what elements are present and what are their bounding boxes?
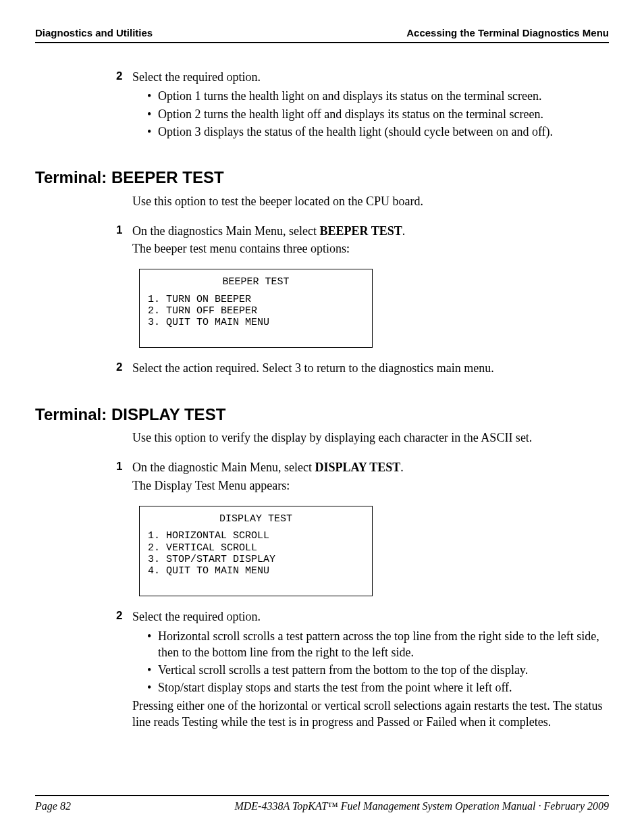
page-footer: Page 82 MDE-4338A TopKAT™ Fuel Managemen… bbox=[35, 795, 609, 812]
header-rule bbox=[35, 42, 609, 43]
display-intro: Use this option to verify the display by… bbox=[132, 429, 609, 446]
step-tail: Pressing either one of the horizontal or… bbox=[132, 698, 609, 731]
step-text: On the diagnostic Main Menu, select DISP… bbox=[132, 459, 609, 475]
footer-left: Page 82 bbox=[35, 800, 71, 812]
bullet-item: Option 3 displays the status of the heal… bbox=[147, 124, 609, 140]
healthlight-bullets: Option 1 turns the health light on and d… bbox=[147, 88, 609, 140]
text-pre: On the diagnostics Main Menu, select bbox=[132, 224, 319, 238]
text-post: . bbox=[402, 224, 406, 238]
bullet-item: Option 1 turns the health light on and d… bbox=[147, 88, 609, 104]
step-follow: The Display Test Menu appears: bbox=[132, 477, 609, 494]
terminal-title: DISPLAY TEST bbox=[148, 513, 364, 525]
page-header: Diagnostics and Utilities Accessing the … bbox=[35, 27, 609, 42]
display-step1: 1 On the diagnostic Main Menu, select DI… bbox=[132, 459, 609, 494]
display-bullets: Horizontal scroll scrolls a test pattern… bbox=[147, 628, 609, 696]
terminal-lines: 1. HORIZONTAL SCROLL 2. VERTICAL SCROLL … bbox=[148, 530, 275, 577]
step-text: Select the action required. Select 3 to … bbox=[132, 360, 609, 376]
step-number: 2 bbox=[116, 360, 122, 375]
terminal-title: BEEPER TEST bbox=[148, 276, 364, 288]
step-lead: Select the required option. bbox=[132, 69, 609, 85]
step-text: On the diagnostics Main Menu, select BEE… bbox=[132, 223, 609, 239]
step-follow: The beeper test menu contains three opti… bbox=[132, 240, 609, 257]
text-bold: BEEPER TEST bbox=[319, 224, 402, 238]
header-left: Diagnostics and Utilities bbox=[35, 27, 153, 38]
text-bold: DISPLAY TEST bbox=[315, 461, 400, 474]
bullet-item: Option 2 turns the health light off and … bbox=[147, 106, 609, 122]
section-heading-beeper: Terminal: BEEPER TEST bbox=[35, 167, 609, 188]
header-right: Accessing the Terminal Diagnostics Menu bbox=[406, 27, 609, 38]
step-number: 2 bbox=[116, 608, 122, 624]
step-number: 1 bbox=[116, 459, 122, 475]
footer-right: MDE-4338A TopKAT™ Fuel Management System… bbox=[234, 800, 609, 812]
step-lead: Select the required option. bbox=[132, 608, 609, 625]
section-heading-display: Terminal: DISPLAY TEST bbox=[35, 404, 609, 425]
display-step2: 2 Select the required option. Horizontal… bbox=[132, 608, 609, 730]
text-post: . bbox=[400, 461, 404, 474]
beeper-step2: 2 Select the action required. Select 3 t… bbox=[132, 360, 609, 376]
bullet-item: Vertical scroll scrolls a test pattern f… bbox=[147, 662, 609, 678]
text-pre: On the diagnostic Main Menu, select bbox=[132, 461, 315, 474]
beeper-terminal: BEEPER TEST1. TURN ON BEEPER 2. TURN OFF… bbox=[139, 269, 373, 348]
display-terminal: DISPLAY TEST1. HORIZONTAL SCROLL 2. VERT… bbox=[139, 506, 373, 596]
beeper-intro: Use this option to test the beeper locat… bbox=[132, 193, 609, 209]
bullet-item: Horizontal scroll scrolls a test pattern… bbox=[147, 628, 609, 661]
step-number: 1 bbox=[116, 223, 122, 238]
step-number: 2 bbox=[116, 69, 122, 84]
bullet-item: Stop/start display stops and starts the … bbox=[147, 679, 609, 696]
healthlight-step2: 2 Select the required option. Option 1 t… bbox=[132, 69, 609, 140]
terminal-lines: 1. TURN ON BEEPER 2. TURN OFF BEEPER 3. … bbox=[148, 294, 269, 329]
beeper-step1: 1 On the diagnostics Main Menu, select B… bbox=[132, 223, 609, 257]
